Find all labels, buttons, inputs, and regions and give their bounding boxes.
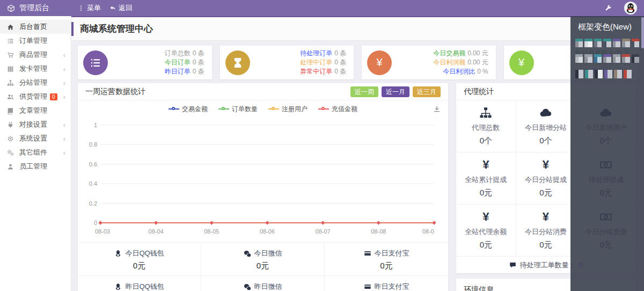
menu-button[interactable]: 菜单 [78,3,101,13]
cloud-icon [539,106,552,119]
page-header: 商城系统管理中心 [71,17,644,41]
legend-marker-icon [169,108,179,110]
legend-item[interactable]: 注册用户 [268,105,308,114]
app-brand[interactable]: 管理后台 [0,3,71,13]
scrollbar-thumb[interactable] [641,17,644,48]
stat-line: 待处理订单0条 [300,49,346,58]
sidebar-item-6[interactable]: 供货管理0‹ [0,90,71,104]
agent-cell: ¥今日分站消费0元 [516,205,576,257]
svg-text:08-04: 08-04 [149,228,164,235]
stat-line: 今日利润比0% [433,67,488,76]
range-button-1[interactable]: 近一周 [350,86,378,97]
scrollbar[interactable] [641,16,644,291]
theme-swatch[interactable] [622,54,630,63]
stat-line: 今日利润额0.00元 [433,58,488,67]
svg-text:08-06: 08-06 [260,228,275,235]
stat-cards-row: 订单总数0条今日订单0条昨日订单0条待处理订单0条处理中订单0条异常中订单0条¥… [71,41,644,79]
main-content: 商城系统管理中心 订单总数0条今日订单0条昨日订单0条待处理订单0条处理中订单0… [71,16,644,291]
sidebar-item-9[interactable]: 系统设置‹ [0,132,71,146]
theme-swatch[interactable] [624,70,632,78]
card-icon [364,250,371,257]
theme-swatch[interactable] [575,39,583,47]
agent-panel-title: 代理统计 [464,87,494,97]
theme-swatch[interactable] [603,54,611,63]
hourglass-circle-icon [225,50,250,75]
svg-text:0.2: 0.2 [89,200,97,207]
payment-cell: 昨日微信0元 [201,276,325,291]
legend-item[interactable]: 交易金额 [169,105,208,114]
sidebar-item-1[interactable]: 后台首页 [0,20,71,34]
agent-cell: ¥全站累计提成0元 [456,152,516,205]
svg-text:1: 1 [94,122,97,128]
chevron-left-icon: ‹ [63,51,65,59]
listol-circle-icon [83,50,108,75]
sidebar-item-2[interactable]: 订单管理 [0,34,71,48]
theme-swatch[interactable] [604,70,612,78]
legend-marker-icon [268,108,279,110]
legend-item[interactable]: 充值金额 [318,105,357,114]
list-icon [7,38,16,45]
theme-swatch[interactable] [622,39,630,47]
range-button-3[interactable]: 近三月 [413,86,441,97]
chevron-left-icon: ‹ [63,149,65,157]
operations-line-chart: 10.80.60.40.2008-0308-0408-0508-0608-070… [85,118,441,242]
yen-icon: ¥ [543,210,549,223]
theme-swatch[interactable] [575,54,583,63]
stat-card-3: ¥今日交易额0.00元今日利润额0.00元今日利润比0% [362,46,496,79]
yen-icon: ¥ [543,158,549,171]
sidebar-item-5[interactable]: 分站管理‹ [0,76,71,90]
agent-cell: ¥全站代理余额0元 [456,205,516,257]
theme-swatch[interactable] [595,70,603,78]
sidebar-item-4[interactable]: 发卡管理‹ [0,62,71,76]
book-icon [7,107,16,114]
theme-swatch[interactable] [594,54,602,63]
theme-swatch[interactable] [613,54,620,63]
payment-value: 0元 [78,261,201,271]
theme-swatch[interactable] [575,70,583,78]
svg-text:08-05: 08-05 [204,228,219,235]
range-buttons: 近一周近一月近三月 [350,86,441,97]
sidebar-item-7[interactable]: 文章管理 [0,104,71,118]
theme-swatch[interactable] [614,70,622,78]
svg-text:0: 0 [94,220,97,226]
sitemap-icon [479,106,492,119]
theme-swatch[interactable] [585,70,593,78]
theme-swatch[interactable] [632,54,639,63]
topbar: 管理后台 菜单 返回 [0,0,644,16]
back-button[interactable]: 返回 [109,3,133,13]
payment-cell: 今日支付宝0元 [325,243,448,276]
sidebar-item-3[interactable]: 商品管理‹ [0,48,71,62]
theme-swatch[interactable] [584,54,592,63]
content-row: 一周运营数据统计 近一周近一月近三月 交易金额订单数量注册用户充值金额 10.8… [71,79,644,291]
app-title: 管理后台 [19,3,49,13]
theme-swatch[interactable] [632,39,639,47]
chevron-left-icon: ‹ [63,135,65,143]
sidebar-item-11[interactable]: 员工管理 [0,159,71,173]
weekly-stats-panel: 一周运营数据统计 近一周近一月近三月 交易金额订单数量注册用户充值金额 10.8… [78,83,448,291]
title-accent-bar [71,22,74,36]
sidebar-badge: 0 [50,93,57,100]
wrench-icon[interactable] [604,4,612,12]
theme-swatch[interactable] [584,39,592,47]
chevron-left-icon: ‹ [63,93,65,101]
legend-item[interactable]: 订单数量 [218,105,258,114]
topbar-menu: 菜单 返回 [78,3,133,13]
stat-line: 今日交易额0.00元 [433,49,488,58]
theme-swatch[interactable] [594,39,602,47]
svg-text:0.4: 0.4 [89,180,97,187]
cart-icon [7,52,16,59]
stat-line: 昨日订单0条 [165,67,204,76]
svg-text:08-0: 08-0 [422,228,434,235]
download-icon[interactable] [433,105,441,113]
reply-arrow-icon [109,5,116,11]
range-button-2[interactable]: 近一月 [382,86,409,97]
user-avatar[interactable] [624,1,638,15]
sidebar-item-10[interactable]: 其它组件‹ [0,146,71,159]
sidebar-item-8[interactable]: 对接设置‹ [0,118,71,132]
payment-value: 0元 [325,261,448,271]
agent-cell: 代理总数0个 [456,100,516,152]
yen-icon: ¥ [482,158,489,171]
theme-swatch[interactable] [603,39,611,47]
theme-swatch[interactable] [613,39,620,47]
home-icon [7,24,16,31]
